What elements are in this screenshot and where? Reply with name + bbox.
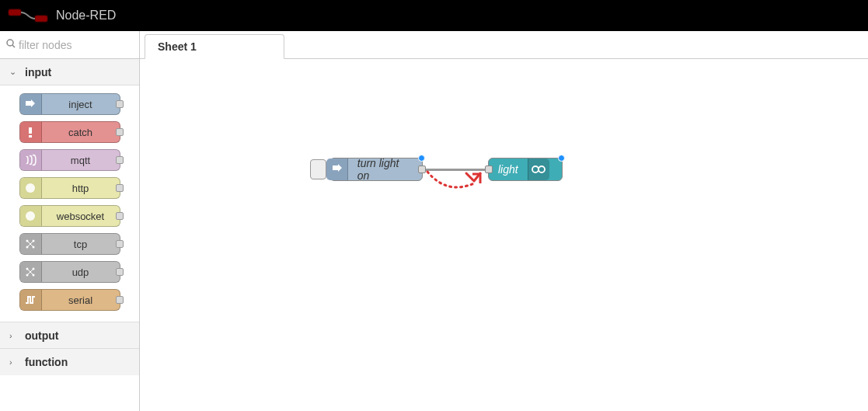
svg-rect-5 [29,135,32,138]
svg-rect-4 [29,127,32,134]
net-icon [20,234,42,254]
svg-line-3 [12,45,15,47]
palette-node-label: serial [42,294,120,306]
svg-point-17 [539,166,545,172]
globe-icon [20,206,42,226]
arduino-icon [528,158,549,180]
svg-rect-1 [35,16,47,22]
svg-point-16 [532,166,539,172]
flow-node-light[interactable]: light [488,158,563,181]
palette-node-inject[interactable]: inject [19,93,120,115]
output-port[interactable] [116,268,124,276]
category-input[interactable]: ⌄ input [0,59,139,85]
tab-label: Sheet 1 [158,40,197,53]
palette-filter [0,31,139,59]
palette-node-label: mqtt [42,155,120,166]
output-port[interactable] [116,184,124,192]
palette-node-websocket[interactable]: websocket [19,205,120,227]
palette-node-mqtt[interactable]: mqtt [19,149,120,171]
net-icon [20,262,42,282]
palette-node-udp[interactable]: udp [19,261,120,283]
nodered-logo-icon [8,8,48,23]
search-icon [6,39,16,51]
changed-indicator-icon [418,155,425,162]
category-label: function [25,356,68,368]
workspace: Sheet 1 turn light on light [140,31,868,411]
output-port[interactable] [116,240,124,248]
globe-icon [20,178,42,198]
app-header: Node-RED [0,0,868,31]
palette-node-label: catch [42,127,120,138]
svg-rect-0 [9,9,21,16]
pulse-icon [20,290,42,310]
palette-node-serial[interactable]: serial [19,289,120,311]
output-port[interactable] [116,296,124,304]
output-port[interactable] [116,128,124,136]
palette-node-label: inject [42,99,120,110]
svg-point-7 [26,211,35,221]
output-port[interactable] [116,212,124,220]
app-title: Node-RED [56,9,116,23]
arrow-icon [326,158,347,180]
palette-node-label: udp [42,266,120,278]
annotation-arrow-icon [420,168,490,199]
palette-node-tcp[interactable]: tcp [19,233,120,255]
chevron-right-icon: › [9,357,20,367]
bang-icon [20,122,42,142]
flow-node-inject[interactable]: turn light on [329,158,423,181]
palette-sidebar: ⌄ input injectcatchmqtthttpwebsockettcpu… [0,31,140,411]
chevron-right-icon: › [9,331,20,340]
category-label: input [25,66,51,78]
palette-node-label: tcp [42,239,120,250]
category-output[interactable]: › output [0,322,139,349]
palette-node-label: http [42,183,120,194]
palette-input-list: injectcatchmqtthttpwebsockettcpudpserial [0,85,139,322]
palette-node-http[interactable]: http [19,177,120,199]
category-label: output [25,329,59,342]
filter-nodes-input[interactable] [19,39,133,51]
output-port[interactable] [116,156,124,164]
tab-sheet-1[interactable]: Sheet 1 [145,34,284,59]
palette-node-catch[interactable]: catch [19,121,120,143]
svg-point-2 [7,40,13,46]
output-port[interactable] [116,100,124,108]
changed-indicator-icon [558,155,565,162]
flow-canvas[interactable]: turn light on light [140,59,868,411]
node-label: light [489,163,528,176]
arrow-icon [20,94,42,114]
tab-bar: Sheet 1 [140,31,868,59]
chevron-down-icon: ⌄ [9,67,20,77]
inject-button[interactable] [310,159,326,179]
wave-icon [20,150,42,170]
palette-node-label: websocket [42,211,120,222]
svg-point-6 [26,183,35,193]
node-label: turn light on [348,157,422,182]
category-function[interactable]: › function [0,349,139,375]
